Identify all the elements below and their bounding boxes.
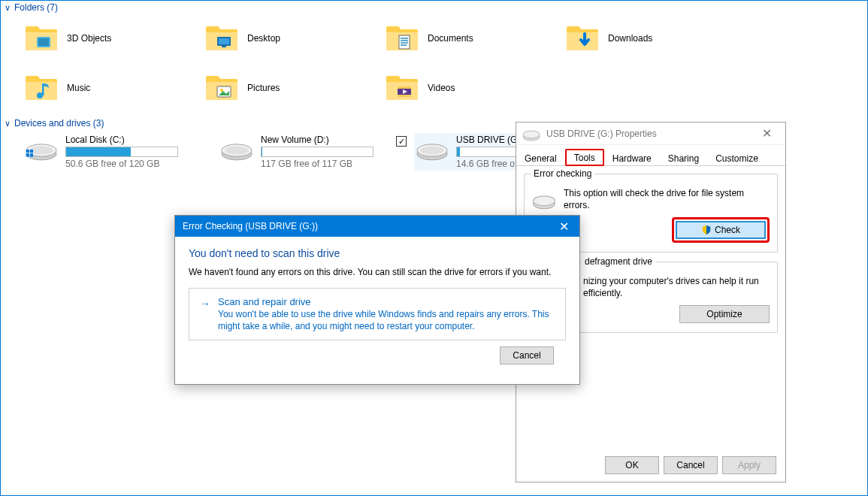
check-button[interactable]: Check bbox=[676, 221, 766, 239]
folder-label: Downloads bbox=[608, 33, 652, 44]
svg-point-33 bbox=[420, 147, 443, 155]
drive-name: Local Disk (C:) bbox=[65, 135, 187, 145]
tab-customize[interactable]: Customize bbox=[707, 150, 767, 166]
shield-icon bbox=[701, 225, 712, 235]
folder-label: Desktop bbox=[247, 33, 280, 44]
tab-hardware[interactable]: Hardware bbox=[604, 150, 660, 166]
apply-button[interactable]: Apply bbox=[722, 456, 776, 474]
folder-label: Pictures bbox=[247, 83, 280, 93]
optimize-text: nizing your computer's drives can help i… bbox=[583, 276, 770, 299]
scan-and-repair-option[interactable]: → Scan and repair drive You won't be abl… bbox=[189, 288, 566, 340]
error-checking-title-text: Error Checking (USB DRIVE (G:)) bbox=[183, 221, 548, 231]
tab-tools[interactable]: Tools bbox=[565, 149, 604, 166]
svg-point-35 bbox=[523, 131, 540, 138]
drive-item[interactable]: New Volume (D:) 117 GB free of 117 GB bbox=[219, 133, 384, 171]
check-button-label: Check bbox=[715, 225, 740, 235]
svg-rect-22 bbox=[26, 150, 29, 153]
folder-icon bbox=[564, 23, 600, 53]
folders-section-header[interactable]: ∨ Folders (7) bbox=[1, 1, 867, 14]
tabs: GeneralToolsHardwareSharingCustomize bbox=[516, 145, 785, 165]
error-checking-text: This option will check the drive for fil… bbox=[564, 188, 770, 211]
svg-point-10 bbox=[37, 92, 43, 98]
svg-rect-15 bbox=[398, 86, 411, 89]
svg-rect-24 bbox=[26, 153, 29, 156]
properties-footer: OK Cancel Apply bbox=[605, 456, 776, 474]
svg-rect-11 bbox=[42, 83, 44, 95]
folders-header-label: Folders (7) bbox=[14, 2, 58, 13]
ok-button[interactable]: OK bbox=[605, 456, 659, 474]
svg-point-20 bbox=[29, 147, 53, 155]
optimize-button-label: Optimize bbox=[706, 309, 742, 319]
optimize-button[interactable]: Optimize bbox=[679, 305, 770, 323]
svg-rect-4 bbox=[222, 46, 226, 47]
scan-option-title: Scan and repair drive bbox=[218, 296, 556, 307]
folder-item[interactable]: 3D Objects bbox=[23, 17, 174, 59]
properties-title-text: USB DRIVE (G:) Properties bbox=[546, 129, 748, 139]
svg-point-30 bbox=[225, 147, 248, 155]
svg-point-13 bbox=[220, 89, 223, 92]
drive-icon bbox=[532, 190, 556, 210]
folder-icon bbox=[384, 23, 420, 53]
drives-header-label: Devices and drives (3) bbox=[14, 118, 104, 129]
tab-sharing[interactable]: Sharing bbox=[660, 150, 707, 166]
folder-item[interactable]: Downloads bbox=[564, 17, 715, 59]
folder-icon bbox=[23, 23, 59, 53]
svg-rect-23 bbox=[30, 150, 33, 153]
drive-icon bbox=[220, 135, 253, 163]
svg-rect-5 bbox=[399, 35, 410, 49]
svg-rect-16 bbox=[398, 95, 411, 97]
folder-label: Documents bbox=[428, 33, 473, 44]
error-checking-heading: You don't need to scan this drive bbox=[189, 247, 566, 259]
folder-item[interactable]: Music bbox=[23, 67, 174, 109]
error-checking-subtext: We haven't found any errors on this driv… bbox=[189, 267, 566, 277]
drive-icon bbox=[416, 135, 449, 163]
drive-icon bbox=[522, 126, 540, 141]
error-checking-titlebar[interactable]: Error Checking (USB DRIVE (G:)) ✕ bbox=[175, 216, 579, 237]
chevron-down-icon: ∨ bbox=[4, 3, 11, 13]
drive-icon bbox=[25, 135, 58, 163]
svg-point-37 bbox=[534, 195, 555, 205]
drive-usage-bar bbox=[65, 147, 178, 157]
folder-item[interactable]: Videos bbox=[384, 67, 534, 109]
folders-grid: 3D Objects Desktop Documents Downloads M… bbox=[1, 14, 867, 116]
folder-icon bbox=[204, 73, 240, 103]
folder-icon bbox=[23, 73, 59, 103]
folder-label: Music bbox=[67, 83, 90, 93]
svg-rect-25 bbox=[30, 153, 33, 156]
cancel-button[interactable]: Cancel bbox=[500, 346, 554, 364]
drive-free-text: 117 GB free of 117 GB bbox=[261, 159, 383, 169]
chevron-down-icon: ∨ bbox=[4, 119, 11, 129]
close-button[interactable]: ✕ bbox=[548, 216, 579, 237]
cancel-button[interactable]: Cancel bbox=[664, 456, 718, 474]
drive-free-text: 50.6 GB free of 120 GB bbox=[65, 159, 187, 169]
drive-item[interactable]: Local Disk (C:) 50.6 GB free of 120 GB bbox=[23, 133, 189, 171]
properties-titlebar[interactable]: USB DRIVE (G:) Properties ✕ bbox=[516, 122, 785, 145]
folder-icon bbox=[384, 73, 420, 103]
svg-rect-1 bbox=[38, 38, 49, 46]
close-button[interactable]: ✕ bbox=[754, 123, 779, 144]
folder-icon bbox=[204, 23, 240, 53]
tab-general[interactable]: General bbox=[516, 150, 565, 166]
folder-label: 3D Objects bbox=[67, 33, 111, 44]
scan-option-desc: You won't be able to use the drive while… bbox=[218, 309, 556, 332]
drive-usage-bar bbox=[261, 147, 374, 157]
group-legend: defragment drive bbox=[582, 256, 655, 267]
folder-item[interactable]: Desktop bbox=[204, 17, 354, 59]
folder-label: Videos bbox=[428, 83, 455, 93]
svg-rect-3 bbox=[219, 38, 229, 44]
drive-name: New Volume (D:) bbox=[261, 135, 383, 145]
selection-checkbox[interactable]: ✓ bbox=[396, 136, 407, 147]
folder-item[interactable]: Documents bbox=[384, 17, 534, 59]
folder-item[interactable]: Pictures bbox=[204, 67, 354, 109]
arrow-right-icon: → bbox=[200, 298, 210, 310]
error-checking-dialog: Error Checking (USB DRIVE (G:)) ✕ You do… bbox=[174, 215, 580, 385]
group-legend: Error checking bbox=[531, 168, 594, 179]
